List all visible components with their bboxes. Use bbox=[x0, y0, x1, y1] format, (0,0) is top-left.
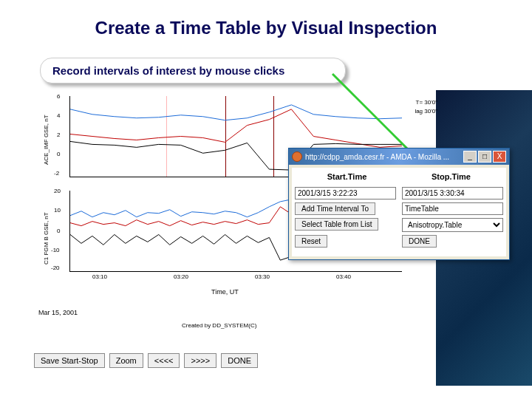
table-select[interactable]: Anisotropy.Table bbox=[402, 218, 503, 232]
plot-toolbar: Save Start-Stop Zoom <<<< >>>> DONE bbox=[34, 353, 258, 368]
popup-done-button[interactable]: DONE bbox=[402, 235, 437, 248]
ytick: 4 bbox=[57, 112, 60, 119]
save-start-stop-button[interactable]: Save Start-Stop bbox=[34, 353, 105, 368]
stop-time-input[interactable] bbox=[402, 187, 503, 200]
ytick: 0 bbox=[57, 151, 60, 157]
xtick: 03:40 bbox=[336, 273, 351, 280]
popup-titlebar[interactable]: http://cdpp_amda.cesr.fr - AMDA - Mozill… bbox=[289, 149, 509, 165]
back-button[interactable]: <<<< bbox=[148, 353, 180, 368]
ytick: 10 bbox=[54, 207, 61, 214]
start-time-header: Start.Time bbox=[295, 172, 399, 184]
start-time-input[interactable] bbox=[295, 187, 396, 200]
zoom-button[interactable]: Zoom bbox=[109, 353, 143, 368]
ytick: -10 bbox=[51, 247, 60, 253]
reset-button[interactable]: Reset bbox=[295, 235, 327, 248]
window-close-button[interactable]: X bbox=[493, 151, 506, 163]
chart1-ylabel: ACE_IMF GSE, nT bbox=[43, 115, 50, 165]
xtick: 03:20 bbox=[174, 273, 188, 280]
ytick: 20 bbox=[54, 188, 61, 194]
select-table-button[interactable]: Select Table from List bbox=[295, 218, 378, 231]
popup-body: Start.Time Stop.Time Add Time Interval T… bbox=[292, 168, 506, 256]
chart-annotation: lag 30'0" bbox=[415, 108, 437, 115]
xtick: 03:30 bbox=[255, 273, 270, 280]
done-button[interactable]: DONE bbox=[221, 353, 258, 368]
slide-title: Create a Time Table by Visual Inspection bbox=[0, 0, 532, 46]
firefox-icon bbox=[292, 151, 302, 162]
ytick: -2 bbox=[54, 170, 59, 177]
plot-date: Mar 15, 2001 bbox=[38, 309, 78, 316]
created-by: Created by DD_SYSTEM(C) bbox=[182, 322, 256, 329]
interval-target-input[interactable] bbox=[402, 202, 503, 215]
chart2-ylabel: C1 FGM B GSE, nT bbox=[43, 212, 50, 265]
popup-url: http://cdpp_amda.cesr.fr - AMDA - Mozill… bbox=[305, 153, 449, 161]
ytick: -20 bbox=[51, 265, 60, 271]
ytick: 0 bbox=[57, 228, 60, 234]
chart-annotation: T= 30'0" bbox=[416, 99, 438, 106]
window-maximize-button[interactable]: □ bbox=[478, 151, 491, 163]
window-minimize-button[interactable]: _ bbox=[463, 151, 477, 163]
xtick: 03:10 bbox=[92, 273, 107, 280]
forward-button[interactable]: >>>> bbox=[184, 353, 216, 368]
ytick: 2 bbox=[57, 132, 60, 138]
xlabel: Time, UT bbox=[211, 288, 239, 296]
subtitle-callout: Record intervals of interest by mouse cl… bbox=[40, 58, 346, 83]
add-interval-button[interactable]: Add Time Interval To bbox=[295, 202, 375, 215]
stop-time-header: Stop.Time bbox=[399, 172, 503, 184]
ytick: 6 bbox=[57, 93, 60, 100]
time-interval-popup: http://cdpp_amda.cesr.fr - AMDA - Mozill… bbox=[288, 148, 510, 260]
